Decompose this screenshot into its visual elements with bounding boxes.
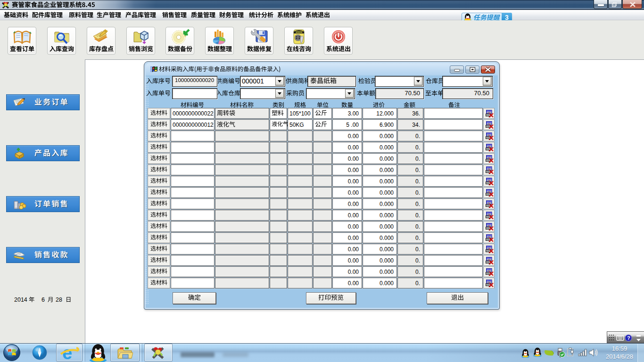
svg-text:?: ?	[627, 335, 630, 341]
svg-text:WWW: WWW	[296, 31, 302, 33]
